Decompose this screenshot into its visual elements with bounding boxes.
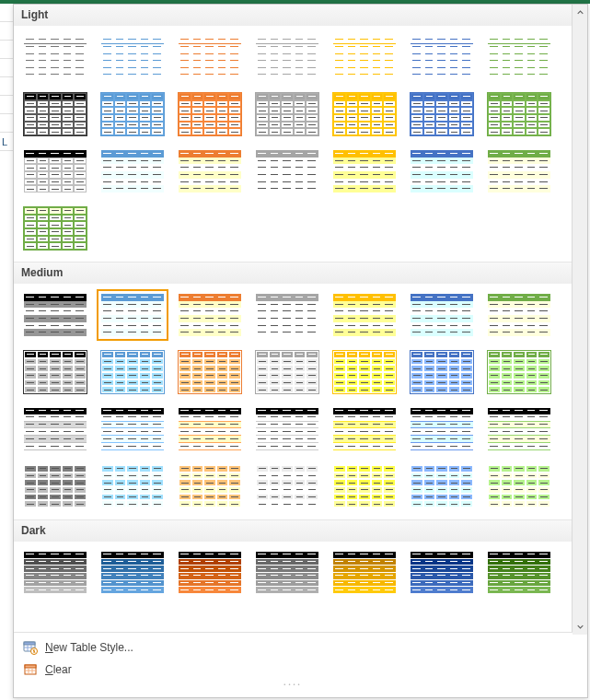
table-style-thumb[interactable]	[483, 403, 555, 455]
table-style-thumb[interactable]	[406, 31, 478, 83]
vertical-scrollbar[interactable]	[572, 5, 587, 635]
table-style-gallery: Light Medium Dark	[13, 4, 588, 698]
table-style-thumb[interactable]	[97, 346, 168, 398]
resize-grip[interactable]: ••••	[14, 681, 573, 688]
table-style-thumb[interactable]	[329, 403, 400, 455]
clear-menu-item[interactable]: Clear	[14, 659, 573, 681]
table-style-thumb[interactable]	[329, 346, 400, 398]
table-style-thumb[interactable]	[406, 346, 478, 398]
table-style-thumb[interactable]	[251, 346, 323, 398]
table-style-thumb[interactable]	[406, 289, 478, 341]
table-style-thumb[interactable]	[251, 461, 323, 512]
table-style-thumb[interactable]	[174, 547, 246, 599]
table-style-thumb[interactable]	[97, 461, 168, 512]
table-style-thumb[interactable]	[251, 403, 323, 455]
table-style-thumb[interactable]	[251, 547, 323, 599]
table-style-thumb[interactable]	[97, 31, 168, 83]
table-style-thumb[interactable]	[19, 547, 91, 599]
table-style-thumb[interactable]	[19, 146, 91, 197]
table-style-thumb[interactable]	[19, 289, 91, 341]
scroll-down-button[interactable]	[573, 619, 587, 635]
table-style-thumb[interactable]	[19, 461, 91, 512]
table-style-thumb[interactable]	[97, 146, 168, 197]
table-style-thumb[interactable]	[329, 547, 400, 599]
table-style-thumb[interactable]	[406, 461, 478, 512]
table-style-thumb[interactable]	[174, 403, 246, 455]
table-style-thumb[interactable]	[406, 88, 478, 140]
svg-rect-1	[24, 642, 35, 645]
table-style-thumb[interactable]	[406, 146, 478, 197]
table-style-thumb[interactable]	[174, 31, 246, 83]
table-style-thumb[interactable]	[483, 547, 555, 599]
table-style-thumb[interactable]	[174, 88, 246, 140]
clear-label: Clear	[45, 663, 72, 676]
clear-icon	[23, 662, 38, 677]
style-grid-medium	[14, 284, 570, 519]
style-grid-light	[14, 26, 570, 262]
table-style-thumb[interactable]	[97, 547, 168, 599]
table-style-thumb[interactable]	[19, 203, 91, 254]
table-style-thumb[interactable]	[329, 31, 400, 83]
table-style-thumb[interactable]	[329, 146, 400, 197]
table-style-thumb[interactable]	[19, 403, 91, 455]
table-style-thumb[interactable]	[483, 146, 555, 197]
new-table-style-menu-item[interactable]: New Table Style...	[14, 636, 573, 659]
table-style-thumb[interactable]	[406, 403, 478, 455]
scroll-up-button[interactable]	[573, 5, 587, 20]
table-style-thumb[interactable]	[174, 146, 246, 197]
table-style-thumb[interactable]	[329, 461, 400, 512]
table-style-thumb[interactable]	[19, 346, 91, 398]
table-style-thumb[interactable]	[19, 88, 91, 140]
style-grid-dark	[14, 542, 570, 606]
table-style-thumb[interactable]	[251, 31, 323, 83]
svg-rect-7	[25, 665, 36, 668]
table-style-thumb[interactable]	[251, 289, 323, 341]
section-header-dark: Dark	[14, 519, 587, 542]
new-table-style-label: New Table Style...	[45, 641, 133, 654]
table-style-thumb[interactable]	[483, 88, 555, 140]
table-style-thumb[interactable]	[483, 289, 555, 341]
table-style-thumb[interactable]	[483, 461, 555, 512]
table-style-thumb[interactable]	[329, 88, 400, 140]
table-style-thumb[interactable]	[483, 346, 555, 398]
section-header-medium: Medium	[14, 262, 587, 284]
table-style-thumb[interactable]	[483, 31, 555, 83]
table-style-thumb[interactable]	[174, 289, 246, 341]
section-header-light: Light	[14, 5, 587, 26]
gallery-scroll-area: Light Medium Dark	[14, 5, 587, 635]
new-table-style-icon	[23, 640, 38, 655]
table-style-thumb[interactable]	[174, 346, 246, 398]
table-style-thumb[interactable]	[97, 88, 168, 140]
table-style-thumb[interactable]	[19, 31, 91, 83]
table-style-thumb[interactable]	[97, 289, 168, 341]
table-style-thumb[interactable]	[174, 461, 246, 512]
table-style-thumb[interactable]	[406, 547, 478, 599]
worksheet-edge: L	[0, 4, 13, 700]
table-style-thumb[interactable]	[329, 289, 400, 341]
table-style-thumb[interactable]	[251, 146, 323, 197]
table-style-thumb[interactable]	[97, 403, 168, 455]
table-style-thumb[interactable]	[251, 88, 323, 140]
gallery-menu: New Table Style... Clear ••••	[14, 632, 573, 697]
